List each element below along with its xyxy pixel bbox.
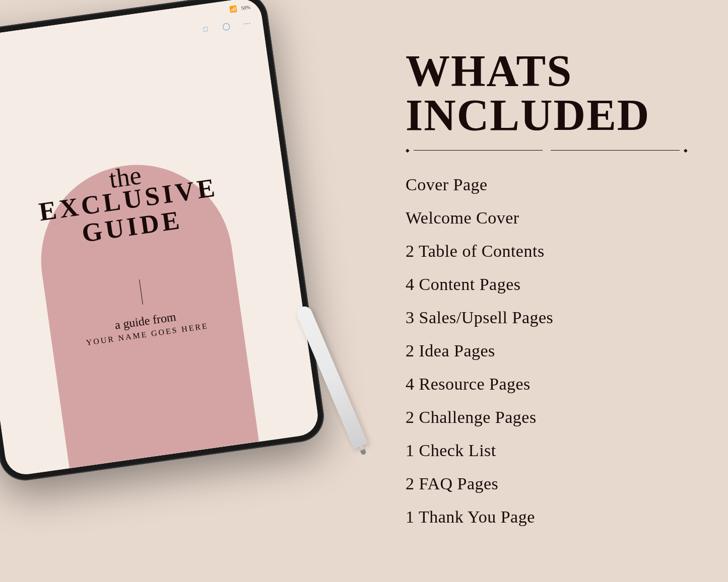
list-item-1: Welcome Cover: [406, 201, 688, 235]
list-item-9: 2 FAQ Pages: [406, 467, 688, 500]
toolbar-icon-1: □: [197, 21, 214, 37]
list-item-5: 2 Idea Pages: [406, 334, 688, 368]
list-item-7: 2 Challenge Pages: [406, 401, 688, 434]
guide-divider: [139, 279, 143, 305]
guide-text-area: the EXCLUSIVE GUIDE a guide from YOUR NA…: [30, 122, 237, 351]
title-line2: INCLUDED: [406, 91, 650, 139]
list-item-4: 3 Sales/Upsell Pages: [406, 301, 688, 334]
ipad-body: 📶 50% □ ◯ ••• the EXCLUSIVE GUID: [0, 0, 327, 484]
wifi-icon: 📶: [229, 5, 238, 14]
toolbar-icon-dots: •••: [239, 16, 255, 32]
battery-text: 50%: [241, 4, 251, 11]
list-item-0: Cover Page: [406, 168, 688, 201]
ipad-screen: 📶 50% □ ◯ ••• the EXCLUSIVE GUID: [0, 0, 320, 477]
status-icons: 📶 50%: [229, 3, 251, 14]
divider-left-line: [414, 150, 543, 151]
list-item-8: 1 Check List: [406, 434, 688, 467]
pencil-tip: [360, 449, 367, 456]
divider-right-line: [551, 150, 680, 151]
toolbar-icon-2: ◯: [219, 18, 235, 34]
list-item-6: 4 Resource Pages: [406, 368, 688, 401]
whats-included-title: WHATS INCLUDED: [406, 49, 650, 137]
list-item-10: 1 Thank You Page: [406, 500, 688, 534]
right-panel: WHATS INCLUDED Cover PageWelcome Cover2 …: [385, 19, 728, 564]
left-panel: 📶 50% □ ◯ ••• the EXCLUSIVE GUID: [0, 0, 353, 582]
list-item-2: 2 Table of Contents: [406, 235, 688, 268]
items-list: Cover PageWelcome Cover2 Table of Conten…: [406, 168, 688, 534]
guide-content: the EXCLUSIVE GUIDE a guide from YOUR NA…: [0, 0, 320, 477]
section-divider: [406, 148, 688, 153]
ipad-wrapper: 📶 50% □ ◯ ••• the EXCLUSIVE GUID: [0, 0, 327, 484]
title-line1: WHATS: [406, 46, 572, 95]
list-item-3: 4 Content Pages: [406, 268, 688, 301]
